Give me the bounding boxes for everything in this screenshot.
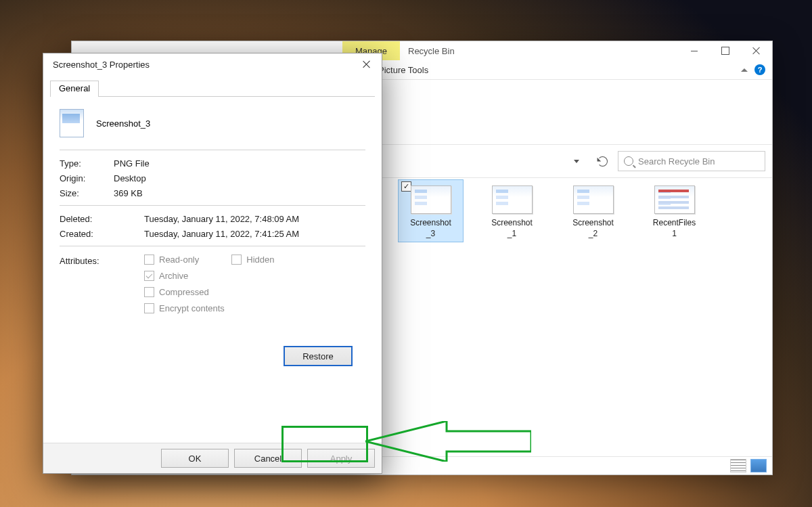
deleted-label: Deleted: [60,214,144,224]
file-item[interactable]: ✓Screenshot_3 [399,180,463,242]
deleted-value: Tuesday, January 11, 2022, 7:48:09 AM [144,214,299,224]
type-value: PNG File [114,158,150,169]
file-label: RecentFiles1 [642,218,706,242]
file-item[interactable]: Screenshot_2 [561,180,625,242]
attr-hidden: Hidden [231,255,274,265]
attr-compressed: Compressed [144,287,365,297]
close-icon [363,60,371,68]
file-label: Screenshot_2 [561,218,625,242]
address-history-button[interactable] [566,151,587,171]
collapse-ribbon-icon[interactable] [741,68,748,72]
file-thumbnail-icon [654,185,695,214]
search-placeholder: Search Recycle Bin [638,156,715,167]
dialog-title: Screenshot_3 Properties [53,60,356,70]
file-type-icon [60,109,84,137]
type-label: Type: [60,158,114,169]
file-label: Screenshot_3 [399,218,463,242]
attr-encrypt: Encrypt contents [144,303,365,313]
file-thumbnail-icon [573,185,614,214]
created-value: Tuesday, January 11, 2022, 7:41:25 AM [144,229,299,239]
search-input[interactable]: Search Recycle Bin [618,151,765,171]
desktop-background: Manage Recycle Bin Picture Tools ? Searc… [0,0,812,507]
window-maximize-button[interactable] [710,41,741,60]
cancel-button[interactable]: Cancel [234,449,302,468]
restore-button[interactable]: Restore [284,347,352,366]
attr-readonly: Read-only [144,255,199,265]
window-minimize-button[interactable] [679,41,710,60]
file-label: Screenshot_1 [480,218,544,242]
chevron-down-icon [574,160,579,163]
dialog-close-button[interactable] [356,53,378,75]
file-thumbnail-icon [492,185,533,214]
apply-button[interactable]: Apply [307,449,375,468]
file-thumbnail-icon [411,185,451,214]
view-icons-button[interactable] [750,459,767,472]
checkbox-icon [144,287,154,297]
help-icon[interactable]: ? [754,64,765,75]
close-icon [752,47,761,55]
attr-archive: Archive [144,271,365,281]
created-label: Created: [60,229,144,239]
filename-text: Screenshot_3 [96,118,150,129]
origin-value: Desktop [114,173,146,183]
checkbox-checked-icon [144,271,154,281]
refresh-button[interactable] [592,151,612,171]
checkbox-icon [144,255,154,265]
size-value: 369 KB [114,188,143,198]
file-item[interactable]: RecentFiles1 [642,180,706,242]
size-label: Size: [60,188,114,198]
maximize-icon [721,47,729,55]
ok-button[interactable]: OK [161,449,229,468]
origin-label: Origin: [60,173,114,183]
properties-dialog: Screenshot_3 Properties General Screensh… [43,53,382,474]
checkbox-icon [144,303,154,313]
minimize-icon [691,51,698,51]
attributes-label: Attributes: [60,255,144,319]
window-close-button[interactable] [741,41,772,60]
explorer-title: Recycle Bin [400,41,679,60]
search-icon [624,156,633,166]
view-details-button[interactable] [730,459,746,472]
tab-general[interactable]: General [50,81,99,97]
refresh-icon [597,156,608,167]
checkbox-icon [231,255,242,265]
file-item[interactable]: Screenshot_1 [480,180,544,242]
